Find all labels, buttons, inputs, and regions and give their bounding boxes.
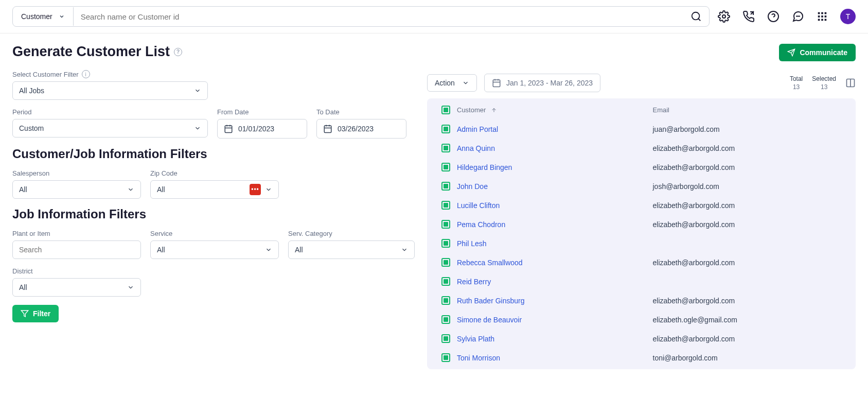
avatar[interactable]: T (840, 9, 856, 24)
district-select[interactable]: All (12, 278, 141, 297)
customer-email: elizabeth.ogle@gmail.com (653, 316, 849, 324)
row-checkbox[interactable] (441, 334, 450, 343)
row-checkbox[interactable] (441, 315, 450, 324)
info-icon[interactable]: i (82, 70, 90, 78)
chevron-down-icon (194, 125, 201, 132)
customer-email: josh@arborgold.com (653, 182, 849, 191)
row-checkbox[interactable] (441, 239, 450, 248)
chevron-down-icon (127, 186, 134, 193)
svg-point-2 (722, 15, 725, 18)
customer-name-link[interactable]: Ruth Bader Ginsburg (457, 297, 653, 305)
from-date-input[interactable]: 01/01/2023 (217, 119, 307, 139)
svg-rect-6 (818, 12, 820, 14)
table-row: Pema Chodronelizabeth@arborgold.com (427, 215, 856, 234)
row-checkbox[interactable] (441, 277, 450, 286)
settings-button[interactable] (718, 10, 730, 23)
customer-name-link[interactable]: Anna Quinn (457, 144, 653, 152)
row-checkbox[interactable] (441, 201, 450, 210)
calendar-icon (224, 124, 233, 133)
customer-name-link[interactable]: John Doe (457, 182, 653, 191)
table-row: Simone de Beauvoirelizabeth.ogle@gmail.c… (427, 310, 856, 329)
svg-rect-19 (324, 126, 331, 133)
column-header-email[interactable]: Email (653, 106, 849, 114)
customer-name-link[interactable]: Sylvia Plath (457, 335, 653, 343)
search-icon (690, 11, 702, 22)
to-date-input[interactable]: 03/26/2023 (316, 119, 406, 139)
customer-filter-select[interactable]: All Jobs (12, 81, 208, 100)
zip-map-button[interactable]: ••• (250, 184, 261, 195)
customer-name-link[interactable]: Phil Lesh (457, 239, 653, 248)
row-checkbox[interactable] (441, 220, 450, 229)
chat-icon (792, 10, 804, 23)
results-table: Customer Email Admin Portaljuan@arborgol… (427, 98, 856, 369)
chat-button[interactable] (792, 10, 804, 23)
svg-point-0 (692, 12, 700, 20)
customer-name-link[interactable]: Simone de Beauvoir (457, 316, 653, 324)
row-checkbox[interactable] (441, 258, 450, 267)
chevron-down-icon (127, 284, 134, 291)
action-dropdown[interactable]: Action (427, 74, 477, 92)
customer-email: elizabeth@arborgold.com (653, 201, 849, 210)
from-date-label: From Date (217, 108, 307, 116)
row-checkbox[interactable] (441, 296, 450, 305)
salesperson-label: Salesperson (12, 169, 141, 177)
customer-email: elizabeth@arborgold.com (653, 259, 849, 267)
customer-name-link[interactable]: Hildegard Bingen (457, 163, 653, 171)
search-button[interactable] (683, 7, 709, 26)
help-button[interactable] (767, 10, 780, 23)
table-row: John Doejosh@arborgold.com (427, 177, 856, 196)
row-checkbox[interactable] (441, 125, 450, 133)
zip-select[interactable]: All ••• (150, 180, 279, 199)
salesperson-select[interactable]: All (12, 180, 141, 199)
filter-button[interactable]: Filter (12, 305, 59, 322)
search-input[interactable] (74, 7, 683, 26)
table-row: Lucille Cliftonelizabeth@arborgold.com (427, 196, 856, 215)
svg-rect-11 (825, 15, 827, 18)
table-row: Sylvia Plathelizabeth@arborgold.com (427, 329, 856, 348)
customer-name-link[interactable]: Reid Berry (457, 278, 653, 286)
customer-name-link[interactable]: Pema Chodron (457, 220, 653, 229)
phone-button[interactable] (742, 10, 755, 23)
customer-email: elizabeth@arborgold.com (653, 335, 849, 343)
help-icon (767, 10, 780, 23)
search-scope-dropdown[interactable]: Customer (13, 7, 74, 26)
customer-name-link[interactable]: Toni Morrison (457, 354, 653, 362)
chevron-down-icon (265, 246, 272, 253)
row-checkbox[interactable] (441, 353, 450, 362)
service-select[interactable]: All (150, 240, 279, 259)
row-checkbox[interactable] (441, 163, 450, 171)
job-heading: Job Information Filters (12, 207, 415, 221)
customer-name-link[interactable]: Admin Portal (457, 125, 653, 133)
customer-email: toni@arborgold.com (653, 354, 849, 362)
funnel-icon (21, 309, 29, 318)
select-all-checkbox[interactable] (441, 106, 450, 114)
customer-name-link[interactable]: Rebecca Smallwood (457, 259, 653, 267)
topbar-icons: T (718, 9, 856, 24)
service-label: Service (150, 230, 279, 237)
svg-rect-8 (825, 12, 827, 14)
selected-count: Selected 13 (812, 75, 836, 91)
plant-search-input[interactable] (12, 240, 141, 259)
customer-name-link[interactable]: Lucille Clifton (457, 201, 653, 210)
column-header-customer[interactable]: Customer (457, 106, 653, 114)
table-row: Toni Morrisontoni@arborgold.com (427, 348, 856, 367)
serv-cat-select[interactable]: All (288, 240, 415, 259)
cj-heading: Customer/Job Information Filters (12, 147, 415, 161)
date-range-picker[interactable]: Jan 1, 2023 - Mar 26, 2023 (484, 74, 600, 92)
table-row: Rebecca Smallwoodelizabeth@arborgold.com (427, 253, 856, 272)
row-checkbox[interactable] (441, 144, 450, 152)
table-row: Reid Berry (427, 272, 856, 291)
calendar-icon (492, 78, 501, 88)
communicate-button[interactable]: Communicate (779, 44, 856, 61)
chevron-down-icon (401, 246, 408, 253)
table-row: Ruth Bader Ginsburgelizabeth@arborgold.c… (427, 291, 856, 310)
row-checkbox[interactable] (441, 182, 450, 191)
chevron-down-icon (462, 79, 469, 87)
customer-email: elizabeth@arborgold.com (653, 163, 849, 171)
columns-button[interactable] (845, 78, 856, 88)
apps-button[interactable] (817, 11, 828, 22)
help-hint-icon[interactable]: ? (174, 48, 182, 56)
period-select[interactable]: Custom (12, 119, 208, 137)
calendar-icon (323, 124, 332, 133)
gear-icon (718, 10, 730, 23)
